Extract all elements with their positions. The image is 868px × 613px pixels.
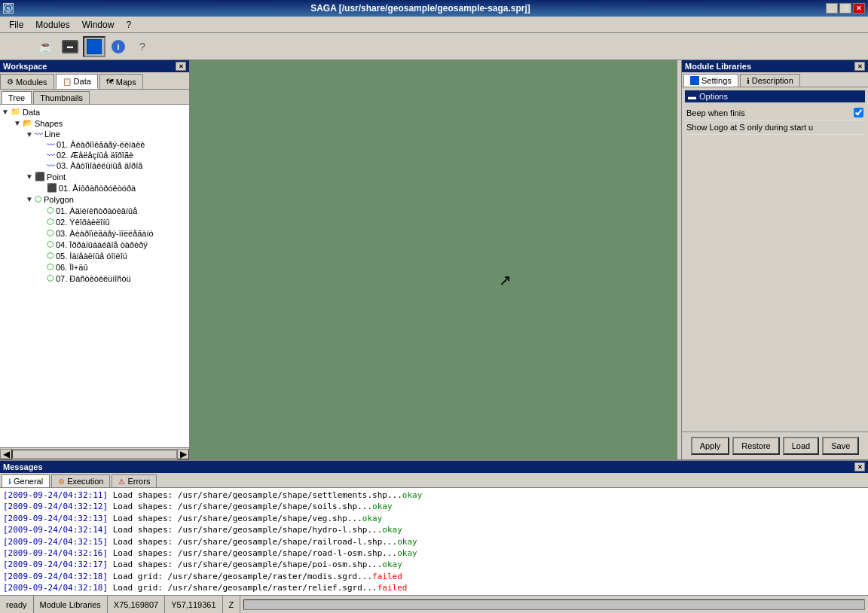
workspace-title: Workspace — [3, 62, 47, 71]
title-text: SAGA [/usr/share/geosample/geosample-sag… — [15, 3, 826, 14]
tree-item-label: Line — [44, 130, 60, 139]
tree-item[interactable]: 〰03. Àâòîìîáèëüíûå äîðîã — [2, 160, 188, 171]
tree-item[interactable]: ⬡04. Ïððàíûáàéâîå òàðèðÿ — [2, 239, 188, 250]
tree-type-icon: ⬡ — [47, 273, 54, 283]
toolbar: ☕ ▬ i ? — [0, 33, 868, 60]
tree-item[interactable]: ⬡03. Àèàðîïèãàåý-ïîëëåãàíó — [2, 227, 188, 239]
close-button[interactable]: ✕ — [853, 3, 865, 14]
execution-icon: ⚙ — [58, 477, 65, 486]
log-status: failed — [372, 572, 402, 581]
tree-type-icon: ⬡ — [47, 251, 54, 261]
module-libraries-tabs: Settings ℹ Description — [682, 72, 868, 87]
tab-data[interactable]: 📋 Data — [56, 74, 98, 89]
tree-item[interactable]: ⬡06. Ïl+äû — [2, 261, 188, 273]
tree-item-label: 03. Àèàðîïèãàåý-ïîëëåãàíó — [56, 229, 154, 238]
tree-type-icon: 📂 — [23, 118, 33, 128]
horizontal-scrollbar[interactable]: ◀ ▶ — [0, 447, 189, 459]
options-collapse-icon[interactable]: ▬ — [688, 92, 696, 101]
log-status: okay — [402, 490, 423, 500]
tab-maps[interactable]: 🗺 Maps — [99, 74, 143, 89]
msg-tab-errors[interactable]: ⚠ Errors — [112, 474, 157, 487]
ml-tab-description[interactable]: ℹ Description — [740, 74, 800, 87]
menu-window[interactable]: Window — [76, 18, 121, 32]
logo-option-row: Show Logo at S only during start u — [685, 120, 865, 135]
log-message: Load shapes: /usr/share/geosample/shape/… — [108, 560, 382, 569]
subtab-tree[interactable]: Tree — [2, 91, 32, 104]
mouse-cursor: ↗ — [499, 271, 512, 289]
tree-item[interactable]: ⬡07. Ðàñòèòèëüíîñòü — [2, 273, 188, 284]
tree-toggle[interactable]: ▼ — [26, 195, 35, 203]
scroll-track[interactable] — [12, 450, 177, 459]
module-libraries-close-button[interactable]: ✕ — [854, 62, 865, 71]
tree-toggle[interactable]: ▼ — [2, 108, 11, 116]
tree-item[interactable]: ▼⬡Polygon — [2, 194, 188, 205]
ml-tab-settings[interactable]: Settings — [683, 74, 738, 87]
settings-icon — [690, 76, 699, 85]
menu-help[interactable]: ? — [120, 18, 137, 32]
log-timestamp: [2009-09-24/04:32:13] — [3, 514, 108, 523]
messages-tabs: ℹ General ⚙ Execution ⚠ Errors — [0, 473, 868, 488]
tree-toggle[interactable]: ▼ — [14, 119, 23, 127]
toolbar-help-button[interactable]: ? — [131, 36, 154, 57]
beep-checkbox[interactable] — [854, 108, 863, 117]
load-button[interactable]: Load — [783, 437, 819, 455]
tree-item[interactable]: ⬡01. Àäìèíèñòðàòèâíûå — [2, 205, 188, 216]
tree-toggle[interactable]: ▼ — [26, 172, 35, 181]
toolbar-monitor-button[interactable]: ▬ — [59, 36, 81, 57]
tree-toggle[interactable]: ▼ — [26, 130, 35, 139]
status-module-libraries: Module Libraries — [34, 596, 108, 613]
workspace-close-button[interactable]: ✕ — [176, 62, 186, 71]
status-ready: ready — [0, 596, 34, 613]
tree-item-label: Polygon — [44, 195, 74, 204]
tree-item[interactable]: ▼〰Line — [2, 129, 188, 139]
toolbar-info-button[interactable]: i — [107, 36, 130, 57]
log-timestamp: [2009-09-24/04:32:16] — [3, 548, 108, 558]
main-area: Workspace ✕ ⚙ Modules 📋 Data 🗺 Maps Tree… — [0, 60, 868, 459]
menu-file[interactable]: File — [3, 18, 29, 32]
tree-type-icon: ⬛ — [35, 172, 45, 181]
restore-button[interactable]: Restore — [732, 437, 780, 455]
log-message: Load shapes: /usr/share/geosample/shape/… — [108, 514, 362, 523]
save-button[interactable]: Save — [822, 437, 859, 455]
log-message: Load shapes: /usr/share/geosample/shape/… — [108, 548, 397, 558]
log-line: [2009-09-24/04:32:14] Load shapes: /usr/… — [3, 524, 865, 535]
window-controls[interactable]: _ □ ✕ — [826, 3, 868, 14]
messages-close-button[interactable]: ✕ — [854, 462, 865, 471]
tree-item[interactable]: 〰02. Æåëåçíûå äîðîãè — [2, 150, 188, 160]
log-timestamp: [2009-09-24/04:32:18] — [3, 572, 108, 581]
tree-item[interactable]: ⬛01. Åíôðàñòðóêòóðà — [2, 182, 188, 194]
log-timestamp: [2009-09-24/04:32:11] — [3, 490, 108, 500]
log-timestamp: [2009-09-24/04:32:15] — [3, 537, 108, 547]
blue-square-icon — [87, 39, 102, 54]
apply-button[interactable]: Apply — [691, 437, 730, 455]
toolbar-blue-square-button[interactable] — [83, 36, 105, 57]
menu-modules[interactable]: Modules — [29, 18, 75, 32]
tree-item[interactable]: ▼⬛Point — [2, 171, 188, 182]
tree-type-icon: ⬡ — [47, 262, 54, 272]
minimize-button[interactable]: _ — [826, 3, 838, 14]
msg-tab-execution[interactable]: ⚙ Execution — [51, 474, 110, 487]
resize-handle[interactable] — [677, 60, 681, 459]
subtab-thumbnails[interactable]: Thumbnails — [33, 91, 90, 104]
log-line: [2009-09-24/04:32:18] Load grid: /usr/sh… — [3, 571, 865, 582]
tree-item[interactable]: ⬡02. Ýêîðàèëîíû — [2, 216, 188, 227]
question-icon: ? — [136, 40, 149, 53]
scroll-left-button[interactable]: ◀ — [0, 449, 12, 459]
tree-item-label: 03. Àâòîìîáèëüíûå äîðîã — [57, 161, 142, 170]
tree-item[interactable]: ⬡05. Íàíåàëíûå óîíèîú — [2, 250, 188, 261]
log-content[interactable]: [2009-09-24/04:32:11] Load shapes: /usr/… — [0, 488, 868, 595]
log-message: Load shapes: /usr/share/geosample/shape/… — [108, 490, 402, 500]
tree-item[interactable]: 〰01. Àèàðîïèãàåý-ëèíàëè — [2, 139, 188, 150]
restore-button[interactable]: □ — [839, 3, 851, 14]
msg-tab-general[interactable]: ℹ General — [2, 474, 50, 487]
workspace-tabs: ⚙ Modules 📋 Data 🗺 Maps — [0, 72, 189, 90]
tree-content[interactable]: ▼📁Data▼📂Shapes▼〰Line〰01. Àèàðîïèãàåý-ëèí… — [0, 105, 189, 447]
modules-icon: ⚙ — [7, 78, 14, 86]
tab-modules[interactable]: ⚙ Modules — [0, 74, 54, 89]
toolbar-cup-button[interactable]: ☕ — [35, 36, 57, 57]
tree-item[interactable]: ▼📂Shapes — [2, 117, 188, 129]
tree-item-label: 02. Æåëåçíûå äîðîãè — [57, 151, 133, 160]
status-z-coord: Z — [223, 596, 241, 613]
scroll-right-button[interactable]: ▶ — [177, 449, 189, 459]
tree-item[interactable]: ▼📁Data — [2, 106, 188, 117]
